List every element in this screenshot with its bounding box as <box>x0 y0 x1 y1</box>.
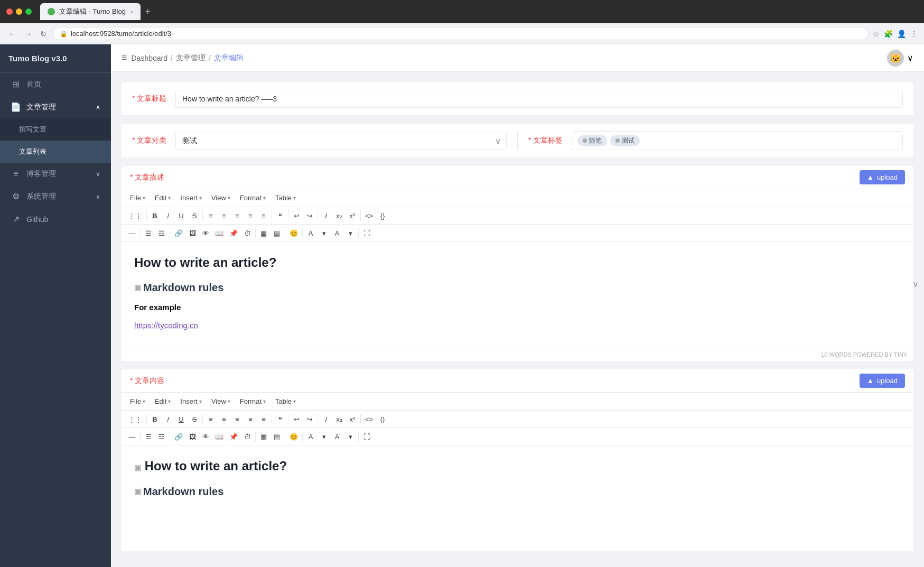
tb-anchor-1[interactable]: 📖 <box>212 227 226 239</box>
tb2-sub[interactable]: x₂ <box>333 413 346 425</box>
tb2-font-color[interactable]: A <box>304 430 317 443</box>
tb2-codeblock[interactable]: {} <box>376 413 389 425</box>
extensions-icon[interactable]: 🧩 <box>884 30 893 38</box>
menu-edit-2[interactable]: Edit ▾ <box>151 396 175 407</box>
tb-bold-1[interactable]: B <box>148 209 161 222</box>
tb2-italic[interactable]: I <box>162 413 174 425</box>
tb-sup-1[interactable]: x² <box>346 209 359 222</box>
tb-link-1[interactable]: 🔗 <box>172 227 185 239</box>
tb-code-1[interactable]: <> <box>362 209 376 222</box>
breadcrumb-articles[interactable]: 文章管理 <box>176 53 206 63</box>
tb-time-1[interactable]: ⏱ <box>241 227 254 239</box>
forward-button[interactable]: → <box>22 27 34 40</box>
menu-insert-2[interactable]: Insert ▾ <box>176 396 206 407</box>
new-tab-button[interactable]: + <box>145 6 151 17</box>
user-avatar[interactable]: 🐱 <box>887 50 904 67</box>
tb-sub-1[interactable]: x₂ <box>333 209 346 222</box>
menu-format-1[interactable]: Format ▾ <box>236 192 270 203</box>
menu-table-1[interactable]: Table ▾ <box>271 192 300 203</box>
tb-font-color-arrow-1[interactable]: ▾ <box>318 227 330 239</box>
tb2-bg-color[interactable]: A <box>331 430 343 443</box>
tb-indent-1[interactable]: ≡ <box>257 209 270 222</box>
tb-blockquote-1[interactable]: ❝ <box>274 209 286 222</box>
active-tab[interactable]: 文章编辑 - Tumo Blog × <box>40 3 141 20</box>
tb2-redo[interactable]: ↪ <box>303 413 316 425</box>
tb2-ordered-list[interactable]: ☲ <box>155 430 168 443</box>
tb-underline-1[interactable]: U <box>175 209 188 222</box>
tb2-code[interactable]: <> <box>362 413 376 425</box>
tb-table-insert-1[interactable]: ▤ <box>270 227 283 239</box>
bookmark-icon[interactable]: ☆ <box>873 30 880 38</box>
tb2-blockquote[interactable]: ❝ <box>274 413 286 425</box>
profile-icon[interactable]: 👤 <box>897 30 906 38</box>
tb-template-1[interactable]: ▦ <box>257 227 270 239</box>
sidebar-item-articles[interactable]: 📄 文章管理 ∧ <box>0 96 111 118</box>
tb2-hr[interactable]: — <box>126 430 138 443</box>
tb2-emoji[interactable]: 😊 <box>287 430 301 443</box>
menu-insert-1[interactable]: Insert ▾ <box>176 192 206 203</box>
tb2-preview[interactable]: 👁 <box>199 430 212 443</box>
tb-redo-1[interactable]: ↪ <box>303 209 316 222</box>
sidebar-item-system[interactable]: ⚙ 系统管理 ∨ <box>0 185 111 208</box>
tb2-template[interactable]: ▦ <box>257 430 270 443</box>
sidebar-item-home[interactable]: ⊞ 首页 <box>0 73 111 96</box>
tb2-undo[interactable]: ↩ <box>290 413 303 425</box>
tb-align-justify-1[interactable]: ≡ <box>244 209 257 222</box>
menu-file-2[interactable]: File ▾ <box>126 396 150 407</box>
tags-container[interactable]: 随笔 测试 <box>572 131 903 150</box>
tb2-bookmark[interactable]: 📌 <box>227 430 240 443</box>
menu-format-2[interactable]: Format ▾ <box>236 396 270 407</box>
tb-codeblock-1[interactable]: {} <box>376 209 389 222</box>
menu-file-1[interactable]: File ▾ <box>126 192 150 203</box>
tb2-bg-color-arrow[interactable]: ▾ <box>344 430 357 443</box>
editor1-link[interactable]: https://tycoding.cn <box>134 321 198 330</box>
tb2-styles[interactable]: ⋮⋮ <box>126 413 145 425</box>
refresh-button[interactable]: ↻ <box>38 27 49 40</box>
tb-font-color-1[interactable]: A <box>304 227 317 239</box>
tb2-time[interactable]: ⏱ <box>241 430 254 443</box>
sidebar-toggle-icon[interactable]: ≡ <box>122 52 127 63</box>
content-editor-content[interactable]: ▣ How to write an article? ▣ Markdown ru… <box>122 445 913 551</box>
menu-view-1[interactable]: View ▾ <box>207 192 235 203</box>
tb2-fullscreen[interactable]: ⛶ <box>360 430 373 443</box>
traffic-light-red[interactable] <box>6 8 13 15</box>
tb2-strikethrough[interactable]: S <box>188 413 201 425</box>
back-button[interactable]: ← <box>6 27 18 40</box>
tb-bookmark-1[interactable]: 📌 <box>227 227 240 239</box>
sidebar-item-blog[interactable]: ≡ 博客管理 ∨ <box>0 163 111 185</box>
tb-bullet-list-1[interactable]: ☰ <box>142 227 155 239</box>
tb-image-1[interactable]: 🖼 <box>186 227 199 239</box>
tb-strikethrough-1[interactable]: S <box>188 209 201 222</box>
avatar-dropdown-arrow[interactable]: ∨ <box>907 53 913 63</box>
tb-ordered-list-1[interactable]: ☲ <box>155 227 168 239</box>
category-select[interactable]: 测试 <box>175 132 507 150</box>
menu-table-2[interactable]: Table ▾ <box>271 396 300 407</box>
menu-view-2[interactable]: View ▾ <box>207 396 235 407</box>
tb2-italic2[interactable]: I <box>320 413 332 425</box>
tb-bg-color-arrow-1[interactable]: ▾ <box>344 227 357 239</box>
tb-hr-1[interactable]: — <box>126 227 138 239</box>
tb2-sup[interactable]: x² <box>346 413 359 425</box>
tb2-underline[interactable]: U <box>175 413 188 425</box>
tb-styles-1[interactable]: ⋮⋮ <box>126 209 145 222</box>
tb2-font-color-arrow[interactable]: ▾ <box>318 430 330 443</box>
tb2-align-center[interactable]: ≡ <box>218 413 230 425</box>
tb-preview-1[interactable]: 👁 <box>199 227 212 239</box>
breadcrumb-dashboard[interactable]: Dashboard <box>132 54 168 62</box>
sidebar-item-write[interactable]: 撰写文章 <box>0 118 111 141</box>
tb-fullscreen-1[interactable]: ⛶ <box>360 227 373 239</box>
tb-align-center-1[interactable]: ≡ <box>218 209 230 222</box>
address-input[interactable]: 🔒 localhost:9528/tumo/article/edit/3 <box>53 27 869 40</box>
tb2-anchor[interactable]: 📖 <box>212 430 226 443</box>
description-editor-content[interactable]: How to write an article? ▣ Markdown rule… <box>122 242 913 348</box>
traffic-light-green[interactable] <box>25 8 32 15</box>
tb2-align-right[interactable]: ≡ <box>231 413 244 425</box>
tb-italic2-1[interactable]: I <box>320 209 332 222</box>
menu-edit-1[interactable]: Edit ▾ <box>151 192 175 203</box>
tab-close-button[interactable]: × <box>130 8 133 15</box>
tb-italic-1[interactable]: I <box>162 209 174 222</box>
tb-undo-1[interactable]: ↩ <box>290 209 303 222</box>
tb2-link[interactable]: 🔗 <box>172 430 185 443</box>
tb2-align-left[interactable]: ≡ <box>204 413 217 425</box>
tb-align-left-1[interactable]: ≡ <box>204 209 217 222</box>
